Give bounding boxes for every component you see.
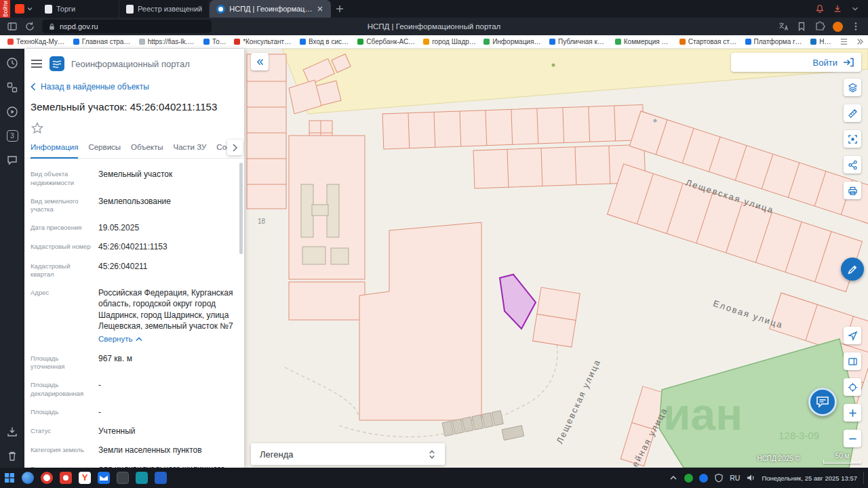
tabs-menu-chevron-icon[interactable] [850,4,860,14]
tray-app-icon[interactable] [699,474,708,483]
bookmark-item[interactable]: Вход в систему [296,37,353,47]
bookmark-label: Публичная кадас… [558,38,608,45]
downloads-tabstrip-icon[interactable] [833,4,842,14]
locate-me-button[interactable] [844,327,861,344]
extent-frame-icon [848,134,858,144]
bookmark-item[interactable]: Информация о р… [480,37,545,47]
notifications-icon[interactable] [815,4,825,14]
star-favorite-icon[interactable] [31,121,44,135]
attribute-value: Землепользование [98,196,171,215]
bookmark-flag-icon[interactable] [796,21,807,32]
reload-icon[interactable] [24,21,35,32]
map-login-button[interactable]: Войти [731,53,861,72]
extent-button[interactable] [844,130,861,148]
messenger-chat-icon[interactable] [6,154,18,166]
volume-icon[interactable] [746,473,755,483]
zoom-out-button[interactable] [844,430,861,447]
draw-tool-fab[interactable] [841,258,864,281]
taskbar-mail-icon[interactable] [98,472,110,484]
collapse-panel-button[interactable] [251,53,269,70]
taskbar-clock[interactable]: Понедельник, 25 авг 2025 13:57 [762,474,857,482]
trash-icon[interactable] [6,450,18,462]
bookmark-item[interactable]: НСПД [807,37,839,47]
tab-reestr[interactable]: Реестр извещений [119,0,210,18]
video-play-icon[interactable] [6,106,18,118]
legend-toggle[interactable]: Легенда [251,443,445,465]
bookmark-item[interactable]: ТехноКад-Муниц… [4,37,69,47]
menu-hamburger-icon[interactable] [31,59,43,68]
print-button[interactable] [844,182,861,199]
taskbar-app-icon[interactable] [155,472,167,484]
layers-button[interactable] [844,79,861,96]
bookmark-item[interactable]: Публичная кадас… [546,37,611,47]
bookmark-item[interactable]: город Шадринск [420,37,479,47]
bookmarks-overflow-icon[interactable] [855,37,864,46]
bookmark-item[interactable]: Сбербанк-АСТ - … [354,37,419,47]
new-tab-button[interactable] [331,0,349,18]
shield-icon[interactable] [714,473,724,483]
bookmark-item[interactable]: Торги [200,37,230,47]
browser-profile-button[interactable] [10,0,38,18]
taskbar-app-icon[interactable] [41,472,53,484]
map-canvas[interactable]: 18 [244,49,868,468]
taskbar-app-icon[interactable] [136,472,148,484]
bookmarks-list-icon[interactable] [840,37,848,46]
close-tab-icon[interactable] [316,5,324,13]
taskbar-yandex-icon[interactable] [79,472,91,484]
extensions-puzzle-icon[interactable] [814,21,825,32]
pencil-icon [847,264,859,275]
taskbar-app-icon[interactable] [60,472,72,484]
url-field[interactable]: nspd.gov.ru [42,20,212,33]
parcel-block-left-strip[interactable] [247,54,286,209]
downloads-tray-icon[interactable] [6,426,18,438]
taskbar-terminal-icon[interactable] [117,472,129,484]
bookmark-label: город Шадринск [432,38,476,45]
find-coordinates-button[interactable] [844,378,861,396]
keyboard-language[interactable]: RU [730,474,740,482]
browser-avatar[interactable] [833,22,843,32]
share-button[interactable] [844,156,861,174]
bookmark-item[interactable]: Главная страниц… [70,37,135,47]
bookmark-item[interactable]: Платформа госуд… [742,37,807,47]
nspd-logo[interactable] [50,56,64,71]
zoom-in-button[interactable] [844,404,861,422]
bookmark-label: Сбербанк-АСТ - … [366,38,416,45]
tab-informaciya[interactable]: Информация [31,143,78,159]
page-favicon [45,5,52,14]
tray-expand-icon[interactable] [669,473,678,483]
taskbar-browser-icon[interactable] [22,472,34,484]
history-clock-icon[interactable] [6,57,18,69]
tabs-scroll-right-button[interactable] [227,140,243,155]
bookmark-item[interactable]: *КонсультантПлю… [231,37,296,47]
bookmark-item[interactable]: Стартовая стран… [676,37,741,47]
attribute-row: Кадастровый квартал45:26:040211 [31,261,235,280]
browser-menu-icon[interactable] [850,21,861,32]
collections-icon[interactable] [6,81,18,94]
start-button[interactable] [4,472,15,483]
side-panels-icon[interactable] [7,21,18,32]
parcel-block-left-large[interactable] [289,136,365,320]
tab-torgi[interactable]: Торги [38,0,119,18]
collapse-address-link[interactable]: Свернуть [98,334,142,345]
back-link[interactable]: Назад в найденные объекты [24,77,244,93]
panel-view-button[interactable] [844,352,861,370]
tab-nspd-active[interactable]: НСПД | Геоинформац… [210,0,331,18]
tray-app-icon[interactable] [684,474,693,483]
parcels-near-selected[interactable] [532,287,580,347]
attribute-label: Категория земель [31,445,98,455]
bookmark-favicon [810,39,816,45]
tab-obekty[interactable]: Объекты [131,143,163,158]
browser-address-bar: nspd.gov.ru НСПД | Геоинформационный пор… [0,18,868,35]
translate-icon[interactable] [778,21,789,32]
bookmark-item[interactable]: Коммерция МО… [612,37,675,47]
tabs-count-badge[interactable]: 3 [7,130,18,142]
browser-sync-login-ribbon[interactable]: Войти [0,0,10,18]
tab-servisy[interactable]: Сервисы [88,143,121,158]
bookmark-item[interactable]: https://fias-lk.nal… [136,37,199,47]
measure-button[interactable] [844,104,861,122]
attribute-value: 967 кв. м [98,353,132,372]
bookmark-favicon [357,39,363,45]
chat-support-fab[interactable] [808,388,837,416]
panel-scrollbar[interactable] [239,163,243,254]
tab-chasti-zu[interactable]: Части ЗУ [174,143,207,158]
